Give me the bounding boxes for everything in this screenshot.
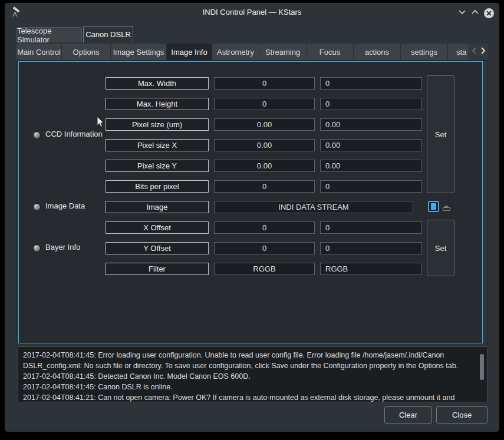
bayer-info-label: Bayer Info bbox=[45, 243, 80, 252]
log-line: 2017-02-04T08:41:45: Detected Canon Inc.… bbox=[23, 371, 477, 382]
max-height-current-value: 0 bbox=[214, 98, 315, 110]
tab-streaming[interactable]: Streaming bbox=[259, 44, 307, 60]
stream-enable-checkbox[interactable] bbox=[428, 201, 439, 212]
tab-actions[interactable]: actions bbox=[354, 44, 401, 60]
tab-status-truncated[interactable]: sta bbox=[448, 44, 469, 60]
pixel-size-y-current-value: 0.00 bbox=[214, 160, 315, 172]
checkbox-check-mark bbox=[431, 203, 436, 210]
bits-per-pixel-input[interactable] bbox=[320, 180, 422, 193]
tab-label: Telescope Simulator bbox=[17, 27, 81, 44]
tab-label: Focus bbox=[319, 48, 340, 57]
filter-current-value: RGGB bbox=[214, 263, 315, 275]
tab-main-control[interactable]: Main Control bbox=[17, 44, 62, 60]
x-offset-input[interactable] bbox=[320, 221, 422, 234]
filter-label: Filter bbox=[106, 263, 209, 275]
x-offset-current-value: 0 bbox=[214, 221, 315, 234]
tab-label: Canon DSLR bbox=[85, 30, 131, 39]
tab-scroll-left-icon[interactable] bbox=[471, 47, 478, 57]
tab-label: Image Settings bbox=[113, 48, 164, 57]
pixel-size-x-current-value: 0.00 bbox=[214, 139, 315, 151]
tab-label: Main Control bbox=[17, 48, 61, 57]
indi-data-stream-value: INDI DATA STREAM bbox=[214, 201, 413, 213]
pixel-size-y-input[interactable] bbox=[320, 160, 422, 172]
log-line: 2017-02-04T08:41:21: Can not open camera… bbox=[23, 392, 477, 402]
pixel-size-um-label: Pixel size (um) bbox=[106, 118, 209, 131]
image-data-label: Image Data bbox=[45, 201, 85, 210]
tab-label: Options bbox=[73, 48, 100, 57]
close-window-icon[interactable] bbox=[483, 8, 494, 18]
window-title: INDI Control Panel — KStars bbox=[5, 8, 499, 16]
y-offset-input[interactable] bbox=[320, 242, 422, 254]
pixel-size-um-input[interactable] bbox=[320, 118, 422, 131]
maximize-button[interactable] bbox=[470, 8, 481, 18]
image-data-led-indicator bbox=[33, 203, 41, 211]
pixel-size-um-current-value: 0.00 bbox=[214, 118, 315, 131]
x-offset-label: X Offset bbox=[106, 221, 209, 234]
ccd-information-label: CCD Information bbox=[45, 130, 103, 138]
tab-canon-dslr[interactable]: Canon DSLR bbox=[83, 26, 133, 42]
tab-label: Image Info bbox=[171, 48, 207, 57]
mouse-cursor bbox=[97, 116, 106, 131]
y-offset-label: Y Offset bbox=[106, 242, 209, 254]
filter-input[interactable] bbox=[320, 263, 422, 275]
tab-telescope-simulator[interactable]: Telescope Simulator bbox=[17, 27, 82, 42]
group-tab-bar: Main Control Options Image Settings Imag… bbox=[17, 44, 488, 60]
tab-label: Streaming bbox=[265, 48, 300, 57]
save-image-icon[interactable] bbox=[442, 203, 451, 214]
tab-label: Astrometry bbox=[217, 48, 254, 57]
close-button[interactable]: Close bbox=[436, 406, 487, 424]
max-height-label: Max. Height bbox=[106, 98, 209, 110]
log-output[interactable]: 2017-02-04T08:41:45: Error loading user … bbox=[18, 346, 487, 402]
y-offset-current-value: 0 bbox=[214, 242, 315, 254]
image-label: Image bbox=[106, 201, 209, 213]
pixel-size-x-label: Pixel size X bbox=[106, 139, 209, 151]
title-bar[interactable]: INDI Control Panel — KStars bbox=[5, 3, 499, 22]
minimize-button[interactable] bbox=[457, 8, 468, 18]
tab-options[interactable]: Options bbox=[62, 44, 111, 60]
log-line: 2017-02-04T08:41:45: Canon DSLR is onlin… bbox=[23, 382, 477, 392]
max-width-current-value: 0 bbox=[214, 77, 315, 90]
tab-focus[interactable]: Focus bbox=[307, 44, 354, 60]
tab-astrometry[interactable]: Astrometry bbox=[212, 44, 259, 60]
indi-control-panel-window: INDI Control Panel — KStars Telescope Si… bbox=[5, 3, 499, 432]
tab-scroll-controls bbox=[469, 44, 488, 60]
tab-settings[interactable]: settings bbox=[401, 44, 448, 60]
clear-button[interactable]: Clear bbox=[384, 406, 432, 424]
max-height-input[interactable] bbox=[320, 98, 422, 110]
tab-image-info[interactable]: Image Info bbox=[167, 44, 212, 60]
ccd-information-set-button[interactable]: Set bbox=[427, 75, 454, 193]
bayer-info-set-button[interactable]: Set bbox=[427, 220, 454, 276]
tab-scroll-right-icon[interactable] bbox=[479, 47, 486, 57]
max-width-input[interactable] bbox=[320, 77, 422, 90]
tab-label: sta bbox=[456, 48, 466, 57]
ccd-information-led-indicator bbox=[33, 131, 41, 139]
pixel-size-x-input[interactable] bbox=[320, 139, 422, 151]
tab-label: actions bbox=[365, 48, 389, 57]
image-info-pane: CCD Information Max. Width 0 Max. Height… bbox=[18, 61, 483, 343]
bits-per-pixel-label: Bits per pixel bbox=[106, 180, 209, 193]
max-width-label: Max. Width bbox=[106, 77, 209, 90]
log-scrollbar-thumb[interactable] bbox=[480, 354, 484, 380]
log-line: 2017-02-04T08:41:45: Error loading user … bbox=[23, 350, 477, 371]
bayer-info-led-indicator bbox=[33, 244, 41, 252]
tab-label: settings bbox=[411, 48, 437, 57]
pixel-size-y-label: Pixel size Y bbox=[106, 160, 209, 172]
tab-image-settings[interactable]: Image Settings bbox=[111, 44, 167, 60]
bits-per-pixel-current-value: 0 bbox=[214, 180, 315, 193]
